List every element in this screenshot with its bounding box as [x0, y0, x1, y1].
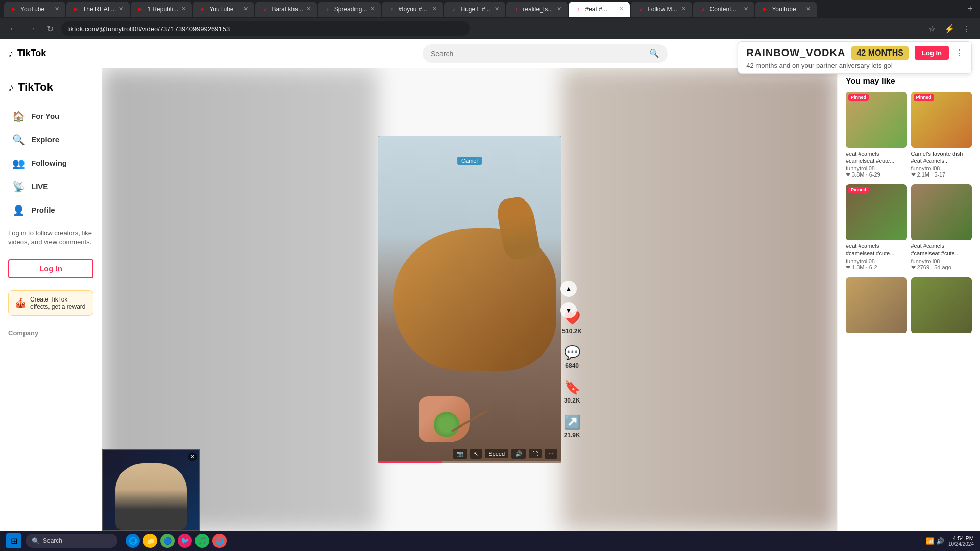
browser-tab-8[interactable]: ♪ realife_fs... ✕ [506, 2, 568, 17]
anniversary-months: 42 MONTHS [851, 46, 909, 60]
taskbar-chrome-icon[interactable]: 🔵 [160, 534, 175, 548]
thumb-title: #eat #camels #camelseat #cute... [846, 242, 907, 257]
speed-button[interactable]: Speed [485, 449, 508, 458]
screenshot-button[interactable]: 📷 [453, 449, 467, 459]
video-progress-bar[interactable] [378, 461, 561, 463]
live-icon: 📡 [12, 181, 25, 193]
tab-close-3[interactable]: ✕ [243, 6, 248, 12]
browser-tab-12[interactable]: ▶ YouTube ✕ [755, 2, 817, 17]
tab-close-9[interactable]: ✕ [619, 6, 624, 12]
tab-close-1[interactable]: ✕ [119, 6, 124, 12]
video-thumb-item[interactable]: Pinned #eat #camels #camelseat #cute... … [846, 184, 907, 273]
tab-close-11[interactable]: ✕ [744, 6, 748, 12]
extensions-button[interactable]: ⚡ [942, 21, 957, 36]
share-action[interactable]: ↗️ 21.9K [564, 414, 580, 439]
bookmark-button[interactable]: ☆ [925, 21, 939, 36]
sidebar-item-explore[interactable]: 🔍 Explore [4, 129, 97, 151]
sidebar-following-label: Following [31, 159, 67, 167]
volume-button[interactable]: 🔊 [511, 449, 526, 459]
search-icon[interactable]: 🔍 [649, 48, 659, 58]
browser-tab-6[interactable]: ♪ #foyou #... ✕ [382, 2, 443, 17]
save-count: 30.2K [564, 397, 580, 404]
taskbar-edge-icon[interactable]: 🌐 [126, 534, 140, 548]
more-button[interactable]: ⋯ [545, 449, 557, 459]
taskbar-search-icon: 🔍 [32, 537, 40, 545]
browser-tab-5[interactable]: ♪ Spreading... ✕ [318, 2, 381, 17]
browser-tab-1[interactable]: ▶ The REAL... ✕ [66, 2, 130, 17]
fullscreen-button[interactable]: ⛶ [529, 449, 542, 458]
reload-button[interactable]: ↻ [43, 21, 57, 36]
video-thumb-item[interactable]: #eat #camels #camelseat #cute... funnytr… [911, 184, 972, 273]
back-button[interactable]: ← [6, 21, 20, 36]
thumb-info: #eat #camels #camelseat #cute... funnytr… [911, 240, 972, 273]
effects-banner[interactable]: 🎪 Create TikTok effects, get a reward [8, 290, 93, 316]
tab-close-5[interactable]: ✕ [370, 6, 375, 12]
forward-button[interactable]: → [24, 21, 39, 36]
browser-tab-11[interactable]: ♪ Content... ✕ [693, 2, 754, 17]
anniversary-login-button[interactable]: Log In [915, 46, 949, 60]
sidebar-login-button[interactable]: Log In [8, 259, 93, 278]
taskbar-spotify-icon[interactable]: 🎵 [195, 534, 209, 548]
taskbar-network-icon: 📶 [926, 537, 934, 545]
taskbar-folder-icon[interactable]: 📁 [143, 534, 157, 548]
sidebar-item-following[interactable]: 👥 Following [4, 152, 97, 174]
tab-close-2[interactable]: ✕ [181, 6, 186, 12]
sidebar-item-for-you[interactable]: 🏠 For You [4, 105, 97, 128]
tab-close-8[interactable]: ✕ [557, 6, 561, 12]
thumb-stats: ❤ 2.1M · 5-17 [911, 171, 972, 178]
video-main[interactable]: Camel 📷 [378, 136, 561, 463]
tab-close-7[interactable]: ✕ [495, 6, 499, 12]
header-logo-area: ♪ TikTok [8, 47, 110, 59]
anniversary-banner: RAINBOW_VODKA 42 MONTHS Log In ⋮ 42 mont… [738, 41, 972, 74]
thumb-user: funnytroll08 [911, 258, 972, 264]
tab-close-10[interactable]: ✕ [681, 6, 686, 12]
sidebar-item-profile[interactable]: 👤 Profile [4, 199, 97, 221]
taskbar-search-text: Search [43, 537, 62, 544]
browser-tab-2[interactable]: ▶ 1 Republi... ✕ [131, 2, 192, 17]
tab-close-4[interactable]: ✕ [306, 6, 311, 12]
tab-close-6[interactable]: ✕ [432, 6, 437, 12]
settings-button[interactable]: ⋮ [960, 21, 974, 36]
search-bar[interactable]: 🔍 [423, 44, 668, 63]
address-input[interactable] [61, 21, 470, 36]
prev-video-button[interactable]: ▲ [560, 281, 577, 297]
following-icon: 👥 [12, 157, 25, 169]
browser-tab-0[interactable]: ▶ YouTube ✕ [4, 2, 65, 17]
home-icon: 🏠 [12, 110, 25, 122]
explore-icon: 🔍 [12, 134, 25, 146]
browser-chrome: ▶ YouTube ✕ ▶ The REAL... ✕ ▶ 1 Republi.… [0, 0, 980, 18]
taskbar-app2-icon[interactable]: 🌐 [212, 534, 227, 548]
video-container[interactable]: Camel 📷 [102, 68, 837, 531]
video-section: ✕ Camel [102, 68, 837, 531]
video-thumb-item[interactable] [911, 277, 972, 338]
browser-tab-9[interactable]: ♪ #eat #... ✕ [569, 2, 630, 17]
main-layout: ♪ TikTok 🏠 For You 🔍 Explore 👥 Following… [0, 68, 980, 531]
tab-close-12[interactable]: ✕ [806, 6, 811, 12]
thumb-info [911, 333, 972, 338]
video-thumb-item[interactable]: Pinned #eat #camels #camelseat #cute... … [846, 92, 907, 181]
webcam-close-button[interactable]: ✕ [188, 452, 197, 461]
browser-tab-3[interactable]: ▶ YouTube ✕ [193, 2, 254, 17]
next-video-button[interactable]: ▼ [560, 302, 577, 318]
video-thumb-item[interactable]: Pinned Camel's favorite dish #eat #camel… [911, 92, 972, 181]
tab-close-0[interactable]: ✕ [55, 6, 59, 12]
browser-tab-7[interactable]: ♪ Huge L #... ✕ [444, 2, 505, 17]
tabs-container: ▶ YouTube ✕ ▶ The REAL... ✕ ▶ 1 Republi.… [4, 2, 962, 17]
new-tab-button[interactable]: + [964, 4, 976, 14]
taskbar-search[interactable]: 🔍 Search [26, 534, 117, 548]
thumb-stats: ❤ 3.8M · 6-29 [846, 171, 907, 178]
comment-action[interactable]: 💬 6840 [564, 345, 580, 369]
anniversary-menu-icon[interactable]: ⋮ [955, 48, 963, 58]
taskbar-app1-icon[interactable]: 🐦 [178, 534, 192, 548]
browser-tab-10[interactable]: ♪ Follow M... ✕ [631, 2, 692, 17]
save-action[interactable]: 🔖 30.2K [564, 380, 580, 404]
video-thumb-item[interactable] [846, 277, 907, 338]
browser-tab-4[interactable]: ♪ Barat kha... ✕ [255, 2, 316, 17]
login-prompt: Log in to follow creators, like videos, … [0, 222, 102, 253]
cursor-button[interactable]: ↖ [470, 449, 482, 459]
taskbar-date: 10/24/2024 [948, 541, 974, 547]
sidebar-item-live[interactable]: 📡 LIVE [4, 176, 97, 198]
video-progress-fill [378, 461, 442, 463]
start-button[interactable]: ⊞ [6, 533, 21, 548]
search-input[interactable] [431, 49, 645, 58]
